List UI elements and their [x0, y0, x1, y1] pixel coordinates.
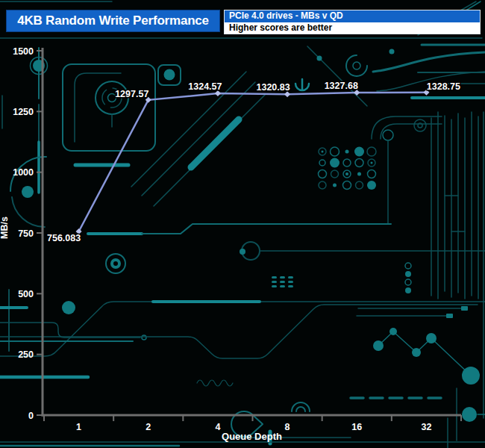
- data-point-label: 756.083: [47, 233, 81, 243]
- y-tick-label: 500: [18, 289, 34, 299]
- y-tick-label: 1000: [13, 167, 34, 178]
- y-tick-label: 0: [28, 411, 34, 421]
- y-axis-title: MB/s: [0, 217, 10, 239]
- data-point-label: 1327.68: [325, 81, 358, 91]
- data-point-label: 1320.83: [256, 82, 290, 93]
- data-point-label: 1324.57: [188, 81, 222, 92]
- performance-line-chart: 025050075010001250150012481632Queue Dept…: [0, 0, 485, 448]
- y-tick-label: 1250: [13, 107, 34, 117]
- y-tick-label: 1500: [13, 46, 34, 57]
- x-tick-label: 32: [421, 422, 431, 432]
- x-tick-label: 2: [146, 422, 151, 432]
- data-point-label: 1297.57: [115, 89, 148, 99]
- series-line: [79, 93, 427, 231]
- data-point-label: 1328.75: [427, 81, 460, 92]
- x-tick-label: 4: [215, 422, 220, 432]
- x-tick-label: 1: [76, 422, 81, 432]
- screenshot-root: 4KB Random Write Performance PCIe 4.0 dr…: [0, 0, 485, 448]
- y-tick-label: 750: [18, 228, 34, 239]
- y-tick-label: 250: [18, 349, 34, 360]
- x-tick-label: 8: [285, 422, 290, 432]
- x-axis-title: Queue Depth: [222, 431, 282, 442]
- x-tick-label: 16: [351, 422, 362, 432]
